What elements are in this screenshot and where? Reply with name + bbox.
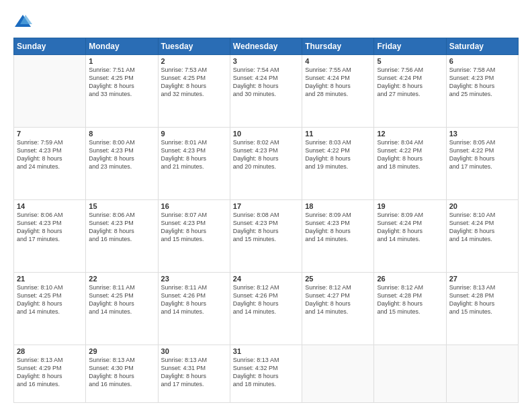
day-info: Sunrise: 7:55 AM Sunset: 4:24 PM Dayligh… (305, 66, 371, 99)
day-info: Sunrise: 7:51 AM Sunset: 4:25 PM Dayligh… (89, 66, 154, 99)
day-number: 13 (449, 130, 515, 138)
day-cell: 23Sunrise: 8:11 AM Sunset: 4:26 PM Dayli… (158, 273, 230, 345)
col-friday: Friday (374, 38, 446, 55)
day-cell: 31Sunrise: 8:13 AM Sunset: 4:32 PM Dayli… (230, 345, 302, 403)
day-cell: 7Sunrise: 7:59 AM Sunset: 4:23 PM Daylig… (14, 128, 86, 200)
day-info: Sunrise: 8:00 AM Sunset: 4:23 PM Dayligh… (89, 138, 154, 171)
day-info: Sunrise: 8:13 AM Sunset: 4:29 PM Dayligh… (17, 356, 83, 389)
day-number: 4 (305, 57, 371, 65)
day-cell: 22Sunrise: 8:11 AM Sunset: 4:25 PM Dayli… (86, 273, 158, 345)
day-cell: 1Sunrise: 7:51 AM Sunset: 4:25 PM Daylig… (86, 55, 158, 128)
day-cell: 21Sunrise: 8:10 AM Sunset: 4:25 PM Dayli… (14, 273, 86, 345)
day-number: 6 (449, 57, 515, 65)
day-info: Sunrise: 8:13 AM Sunset: 4:30 PM Dayligh… (89, 356, 154, 389)
header-row: Sunday Monday Tuesday Wednesday Thursday… (14, 38, 519, 55)
day-number: 7 (17, 130, 83, 138)
day-cell: 11Sunrise: 8:03 AM Sunset: 4:22 PM Dayli… (302, 128, 374, 200)
day-info: Sunrise: 8:12 AM Sunset: 4:26 PM Dayligh… (233, 283, 299, 316)
day-info: Sunrise: 8:06 AM Sunset: 4:23 PM Dayligh… (89, 211, 154, 244)
day-cell: 15Sunrise: 8:06 AM Sunset: 4:23 PM Dayli… (86, 200, 158, 273)
day-info: Sunrise: 7:59 AM Sunset: 4:23 PM Dayligh… (17, 138, 83, 171)
day-cell: 20Sunrise: 8:10 AM Sunset: 4:24 PM Dayli… (446, 200, 518, 273)
day-info: Sunrise: 8:12 AM Sunset: 4:27 PM Dayligh… (305, 283, 371, 316)
col-thursday: Thursday (302, 38, 374, 55)
day-info: Sunrise: 8:10 AM Sunset: 4:24 PM Dayligh… (449, 211, 515, 244)
week-row-3: 14Sunrise: 8:06 AM Sunset: 4:23 PM Dayli… (14, 200, 519, 273)
day-number: 17 (233, 202, 299, 210)
day-info: Sunrise: 7:58 AM Sunset: 4:23 PM Dayligh… (449, 66, 515, 99)
day-info: Sunrise: 8:05 AM Sunset: 4:22 PM Dayligh… (449, 138, 515, 171)
day-number: 8 (89, 130, 154, 138)
day-number: 23 (161, 275, 227, 283)
day-cell: 4Sunrise: 7:55 AM Sunset: 4:24 PM Daylig… (302, 55, 374, 128)
day-number: 26 (377, 275, 443, 283)
day-info: Sunrise: 8:09 AM Sunset: 4:23 PM Dayligh… (305, 211, 371, 244)
week-row-4: 21Sunrise: 8:10 AM Sunset: 4:25 PM Dayli… (14, 273, 519, 345)
day-cell: 18Sunrise: 8:09 AM Sunset: 4:23 PM Dayli… (302, 200, 374, 273)
day-number: 19 (377, 202, 443, 210)
day-cell: 14Sunrise: 8:06 AM Sunset: 4:23 PM Dayli… (14, 200, 86, 273)
day-info: Sunrise: 8:13 AM Sunset: 4:28 PM Dayligh… (449, 283, 515, 316)
day-number: 25 (305, 275, 371, 283)
day-cell: 25Sunrise: 8:12 AM Sunset: 4:27 PM Dayli… (302, 273, 374, 345)
day-cell: 17Sunrise: 8:08 AM Sunset: 4:23 PM Dayli… (230, 200, 302, 273)
day-number: 9 (161, 130, 227, 138)
day-number: 15 (89, 202, 154, 210)
day-cell: 26Sunrise: 8:12 AM Sunset: 4:28 PM Dayli… (374, 273, 446, 345)
day-cell: 3Sunrise: 7:54 AM Sunset: 4:24 PM Daylig… (230, 55, 302, 128)
day-number: 12 (377, 130, 443, 138)
col-sunday: Sunday (14, 38, 86, 55)
day-info: Sunrise: 8:08 AM Sunset: 4:23 PM Dayligh… (233, 211, 299, 244)
day-info: Sunrise: 8:13 AM Sunset: 4:31 PM Dayligh… (161, 356, 227, 389)
day-number: 29 (89, 347, 154, 355)
col-monday: Monday (86, 38, 158, 55)
day-info: Sunrise: 8:09 AM Sunset: 4:24 PM Dayligh… (377, 211, 443, 244)
day-info: Sunrise: 8:11 AM Sunset: 4:26 PM Dayligh… (161, 283, 227, 316)
day-cell (302, 345, 374, 403)
week-row-2: 7Sunrise: 7:59 AM Sunset: 4:23 PM Daylig… (14, 128, 519, 200)
day-number: 5 (377, 57, 443, 65)
header (13, 12, 519, 31)
day-info: Sunrise: 8:06 AM Sunset: 4:23 PM Dayligh… (17, 211, 83, 244)
day-cell: 6Sunrise: 7:58 AM Sunset: 4:23 PM Daylig… (446, 55, 518, 128)
day-info: Sunrise: 8:01 AM Sunset: 4:23 PM Dayligh… (161, 138, 227, 171)
day-cell: 27Sunrise: 8:13 AM Sunset: 4:28 PM Dayli… (446, 273, 518, 345)
day-cell: 28Sunrise: 8:13 AM Sunset: 4:29 PM Dayli… (14, 345, 86, 403)
day-number: 18 (305, 202, 371, 210)
calendar-table: Sunday Monday Tuesday Wednesday Thursday… (13, 38, 519, 403)
day-info: Sunrise: 7:56 AM Sunset: 4:24 PM Dayligh… (377, 66, 443, 99)
day-cell: 5Sunrise: 7:56 AM Sunset: 4:24 PM Daylig… (374, 55, 446, 128)
day-info: Sunrise: 8:04 AM Sunset: 4:22 PM Dayligh… (377, 138, 443, 171)
day-number: 2 (161, 57, 227, 65)
day-info: Sunrise: 8:12 AM Sunset: 4:28 PM Dayligh… (377, 283, 443, 316)
day-cell: 12Sunrise: 8:04 AM Sunset: 4:22 PM Dayli… (374, 128, 446, 200)
day-info: Sunrise: 8:02 AM Sunset: 4:23 PM Dayligh… (233, 138, 299, 171)
col-wednesday: Wednesday (230, 38, 302, 55)
day-cell: 2Sunrise: 7:53 AM Sunset: 4:25 PM Daylig… (158, 55, 230, 128)
day-number: 28 (17, 347, 83, 355)
col-saturday: Saturday (446, 38, 518, 55)
day-cell: 24Sunrise: 8:12 AM Sunset: 4:26 PM Dayli… (230, 273, 302, 345)
day-info: Sunrise: 8:07 AM Sunset: 4:23 PM Dayligh… (161, 211, 227, 244)
day-info: Sunrise: 8:03 AM Sunset: 4:22 PM Dayligh… (305, 138, 371, 171)
day-number: 30 (161, 347, 227, 355)
page: Sunday Monday Tuesday Wednesday Thursday… (0, 0, 532, 411)
col-tuesday: Tuesday (158, 38, 230, 55)
day-info: Sunrise: 7:54 AM Sunset: 4:24 PM Dayligh… (233, 66, 299, 99)
week-row-1: 1Sunrise: 7:51 AM Sunset: 4:25 PM Daylig… (14, 55, 519, 128)
day-cell: 10Sunrise: 8:02 AM Sunset: 4:23 PM Dayli… (230, 128, 302, 200)
day-number: 31 (233, 347, 299, 355)
day-cell: 30Sunrise: 8:13 AM Sunset: 4:31 PM Dayli… (158, 345, 230, 403)
day-cell: 16Sunrise: 8:07 AM Sunset: 4:23 PM Dayli… (158, 200, 230, 273)
day-info: Sunrise: 8:13 AM Sunset: 4:32 PM Dayligh… (233, 356, 299, 389)
logo-icon (13, 12, 32, 31)
day-cell (374, 345, 446, 403)
day-cell: 8Sunrise: 8:00 AM Sunset: 4:23 PM Daylig… (86, 128, 158, 200)
day-cell (446, 345, 518, 403)
day-number: 16 (161, 202, 227, 210)
day-number: 10 (233, 130, 299, 138)
day-number: 27 (449, 275, 515, 283)
logo (13, 12, 35, 31)
day-cell (14, 55, 86, 128)
day-cell: 29Sunrise: 8:13 AM Sunset: 4:30 PM Dayli… (86, 345, 158, 403)
